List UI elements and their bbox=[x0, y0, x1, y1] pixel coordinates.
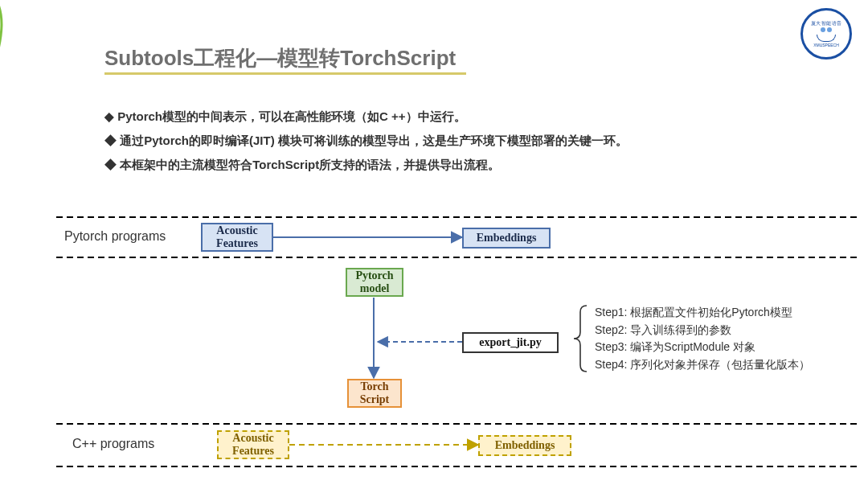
flow-diagram: Pytorch programs C++ programs Acoustic F… bbox=[56, 213, 860, 487]
bullet-3: 本框架中的主流模型符合TorchScript所支持的语法，并提供导出流程。 bbox=[104, 153, 628, 177]
slide-title: Subtools工程化—模型转TorchScript bbox=[104, 44, 456, 72]
bullet-1: Pytorch模型的中间表示，可以在高性能环境（如C ++）中运行。 bbox=[104, 105, 628, 129]
row-label-pytorch: Pytorch programs bbox=[64, 229, 166, 244]
lab-logo: 厦大智能语音 XMUSPEECH bbox=[800, 8, 852, 60]
steps-list: Step1: 根据配置文件初始化Pytorch模型 Step2: 导入训练得到的… bbox=[595, 304, 810, 374]
box-cpp-acoustic-features: Acoustic Features bbox=[217, 430, 289, 459]
box-torchscript: Torch Script bbox=[347, 379, 402, 408]
box-pytorch-model: Pytorch model bbox=[346, 268, 403, 297]
bullet-list: Pytorch模型的中间表示，可以在高性能环境（如C ++）中运行。 通过Pyt… bbox=[104, 105, 628, 177]
step-4: Step4: 序列化对象并保存（包括量化版本） bbox=[595, 356, 810, 374]
bullet-2: 通过Pytorch的即时编译(JIT) 模块可将训练的模型导出，这是生产环境下模… bbox=[104, 129, 628, 153]
step-1: Step1: 根据配置文件初始化Pytorch模型 bbox=[595, 304, 810, 322]
box-pt-embeddings: Embeddings bbox=[462, 228, 551, 249]
box-pt-acoustic-features: Acoustic Features bbox=[201, 223, 273, 252]
box-export-jit: export_jit.py bbox=[462, 332, 559, 353]
box-cpp-embeddings: Embeddings bbox=[478, 435, 571, 456]
corner-swoosh bbox=[0, 0, 113, 161]
step-2: Step2: 导入训练得到的参数 bbox=[595, 322, 810, 339]
row-label-cpp: C++ programs bbox=[72, 437, 154, 451]
title-underline bbox=[104, 72, 466, 75]
step-3: Step3: 编译为ScriptModule 对象 bbox=[595, 339, 810, 356]
